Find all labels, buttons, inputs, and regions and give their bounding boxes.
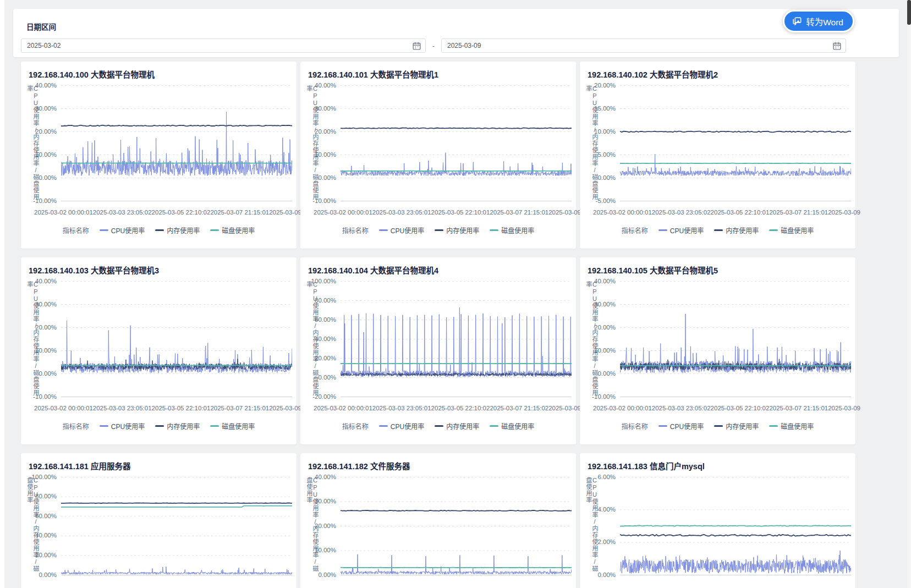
legend-item[interactable]: 磁盘使用率 <box>769 421 814 431</box>
chart-canvas[interactable] <box>61 477 292 577</box>
legend-item[interactable]: 内存使用率 <box>155 421 200 431</box>
legend-item[interactable]: CPU使用率 <box>658 226 704 235</box>
y-tick-label: -10.00% <box>24 198 57 205</box>
legend-line-marker <box>769 425 778 427</box>
legend-line-marker <box>714 229 723 231</box>
chart-title: 192.168.140.101 大数据平台物理机1 <box>308 68 438 80</box>
legend-title: 指标名称 <box>63 226 89 235</box>
x-axis-labels: 2025-03-02 00:00:012025-03-03 23:05:0220… <box>593 405 853 411</box>
y-tick-label: 20.00% <box>303 129 336 135</box>
legend-item[interactable]: CPU使用率 <box>658 421 704 431</box>
chart-canvas[interactable] <box>341 85 572 203</box>
date-to-value: 2025-03-09 <box>442 42 481 50</box>
series-line-memory <box>341 128 572 129</box>
calendar-icon[interactable] <box>412 41 421 51</box>
scrollbar-thumb[interactable] <box>907 0 911 25</box>
chart-canvas[interactable] <box>61 85 292 203</box>
y-tick-label: 30.00% <box>24 106 57 112</box>
chart-canvas[interactable] <box>341 281 572 399</box>
legend-item[interactable]: 磁盘使用率 <box>210 226 255 235</box>
legend-line-marker <box>658 425 667 427</box>
x-tick-label: 2025-03-07 21:15:01 <box>490 209 548 216</box>
legend-title: 指标名称 <box>63 421 89 431</box>
export-word-button[interactable]: 转为Word <box>783 10 854 32</box>
chart-legend: 指标名称CPU使用率内存使用率磁盘使用率 <box>580 421 855 431</box>
legend-label: CPU使用率 <box>111 226 145 235</box>
legend-label: CPU使用率 <box>670 226 704 235</box>
x-tick-label: 2025-03-02 00:00:01 <box>314 405 372 411</box>
chart-canvas[interactable] <box>61 281 292 399</box>
legend-item[interactable]: 内存使用率 <box>714 421 759 431</box>
legend-item[interactable]: 内存使用率 <box>435 421 479 431</box>
chart-legend: 指标名称CPU使用率内存使用率磁盘使用率 <box>580 226 855 235</box>
x-tick-label: 2025-03-05 22:10:01 <box>152 405 211 411</box>
legend-line-marker <box>658 229 667 231</box>
legend-label: CPU使用率 <box>391 421 424 431</box>
legend-title: 指标名称 <box>342 421 369 431</box>
legend-item[interactable]: 磁盘使用率 <box>490 226 534 235</box>
y-tick-label: 30.00% <box>24 301 57 308</box>
series-line-memory <box>61 125 292 127</box>
legend-line-marker <box>714 425 723 427</box>
date-separator: - <box>426 42 441 50</box>
legend-title: 指标名称 <box>622 226 648 235</box>
chart-canvas[interactable] <box>620 477 851 577</box>
legend-item[interactable]: 磁盘使用率 <box>210 421 255 431</box>
date-to-input[interactable]: 2025-03-09 <box>441 39 846 53</box>
y-tick-label: 30.00% <box>583 301 616 308</box>
legend-label: 磁盘使用率 <box>222 421 255 431</box>
chart-canvas[interactable] <box>620 85 851 203</box>
chart-title: 192.168.141.183 信息门户mysql <box>588 460 705 471</box>
y-axis-name: CPU使用率/内存使用率/磁盘使用率 <box>585 281 597 397</box>
chart-canvas[interactable] <box>341 477 572 577</box>
legend-label: CPU使用率 <box>111 421 145 431</box>
y-tick-label: -10.00% <box>303 198 336 205</box>
y-tick-label: 40.00% <box>303 336 336 343</box>
chart-legend: 指标名称CPU使用率内存使用率磁盘使用率 <box>21 226 297 235</box>
legend-label: 内存使用率 <box>446 421 479 431</box>
legend-item[interactable]: 内存使用率 <box>435 226 479 235</box>
y-tick-label: 10.00% <box>583 129 616 135</box>
y-tick-label: 40.00% <box>24 83 57 89</box>
y-tick-label: 0.00% <box>24 175 57 182</box>
date-range-row: 2025-03-02 - 2025-03-09 <box>21 39 846 53</box>
x-tick-label: 2025-03-07 21:15:02 <box>490 405 548 411</box>
y-tick-label: 20.00% <box>24 129 57 135</box>
legend-label: 内存使用率 <box>726 226 759 235</box>
y-tick-label: 80.00% <box>303 298 336 304</box>
series-line-disk <box>620 163 851 164</box>
x-tick-label: 2025-03-02 00:00:01 <box>34 405 93 411</box>
charts-grid: 192.168.140.100 大数据平台物理机CPU使用率/内存使用率/磁盘使… <box>21 62 855 588</box>
y-tick-label: 40.00% <box>24 532 57 539</box>
legend-item[interactable]: 内存使用率 <box>155 226 200 235</box>
date-from-input[interactable]: 2025-03-02 <box>21 39 426 53</box>
legend-item[interactable]: CPU使用率 <box>379 226 424 235</box>
series-line-cpu <box>620 551 851 574</box>
legend-label: 内存使用率 <box>446 226 479 235</box>
legend-item[interactable]: 磁盘使用率 <box>490 421 534 431</box>
y-tick-label: 20.00% <box>303 355 336 362</box>
y-tick-label: 0.00% <box>583 371 616 377</box>
legend-item[interactable]: 磁盘使用率 <box>769 226 814 235</box>
legend-item[interactable]: CPU使用率 <box>379 421 424 431</box>
y-tick-label: 10.00% <box>303 152 336 158</box>
y-tick-label: 20.00% <box>24 552 57 559</box>
y-axis-name: CPU使用率/内存使用率/磁盘使用率 <box>306 85 318 201</box>
legend-label: 内存使用率 <box>726 421 759 431</box>
chart-card: 192.168.141.183 信息门户mysqlCPU使用率/内存使用率/磁盘… <box>580 453 855 588</box>
chart-canvas[interactable] <box>620 281 851 399</box>
legend-item[interactable]: 内存使用率 <box>714 226 759 235</box>
legend-line-marker <box>490 229 498 231</box>
legend-item[interactable]: CPU使用率 <box>100 226 145 235</box>
series-line-memory <box>341 510 572 511</box>
legend-line-marker <box>490 425 498 427</box>
y-tick-label: 20.00% <box>583 325 616 331</box>
legend-title: 指标名称 <box>622 421 648 431</box>
y-axis-name: CPU使用率/内存使用率/磁盘使用率 <box>26 85 39 201</box>
x-tick-label: 2025-03-02 00:00:01 <box>34 209 93 216</box>
calendar-icon[interactable] <box>832 41 842 51</box>
legend-item[interactable]: CPU使用率 <box>100 421 145 431</box>
x-tick-label: 2025-03-03 23:05:01 <box>372 405 431 411</box>
scrollbar-track[interactable] <box>907 0 911 588</box>
date-range-label: 日期区间 <box>26 21 56 32</box>
